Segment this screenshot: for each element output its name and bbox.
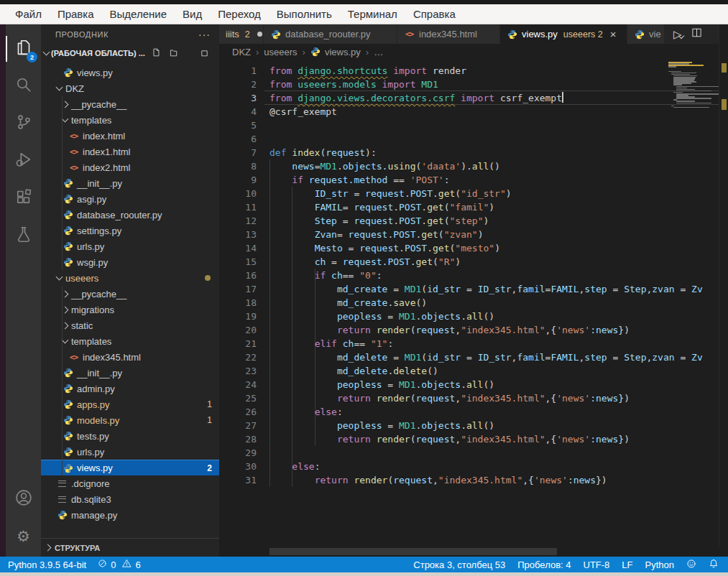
refresh-icon[interactable]: [184, 47, 194, 59]
run-button[interactable]: ▷: [673, 28, 683, 41]
code-line-21[interactable]: 21 elif ch== "1":: [219, 337, 728, 350]
tree-item-DKZ[interactable]: DKZ: [41, 80, 219, 96]
code-line-11[interactable]: 11 FAMIL= request.POST.get("famil"): [219, 200, 728, 214]
code-line-18[interactable]: 18 md_create.save(): [219, 296, 728, 310]
status-language-mode[interactable]: Python: [645, 557, 674, 572]
code-line-14[interactable]: 14 Mesto = request.POST.get("mesto"): [219, 241, 728, 255]
tree-item-views.py[interactable]: views.py2: [41, 460, 219, 475]
status-indentation[interactable]: Пробелов: 4: [517, 557, 571, 572]
status-notifications[interactable]: [709, 557, 719, 572]
new-folder-icon[interactable]: [167, 47, 178, 59]
activity-search[interactable]: [6, 69, 41, 103]
activity-account[interactable]: [6, 482, 41, 516]
menu-Правка[interactable]: Правка: [50, 4, 102, 24]
collapse-all-icon[interactable]: [201, 47, 211, 59]
code-line-25[interactable]: 25 return render(request,"index345.html"…: [219, 391, 728, 405]
tree-item-urls.py[interactable]: urls.py: [41, 238, 219, 254]
tree-item-index345.html[interactable]: <>index345.html: [41, 349, 219, 365]
tab-database_roouter.py[interactable]: database_roouter.py: [264, 24, 397, 44]
workspace-section-header[interactable]: (РАБОЧАЯ ОБЛАСТЬ) ...: [41, 44, 219, 62]
tree-item-useeers[interactable]: useeers: [41, 270, 219, 286]
tree-item-manage.py[interactable]: manage.py: [41, 507, 219, 523]
activity-settings[interactable]: ⚙: [6, 519, 41, 554]
activity-testing[interactable]: [6, 218, 41, 253]
code-line-6[interactable]: 6: [219, 132, 728, 146]
tree-item-index.html[interactable]: <>index.html: [41, 128, 219, 144]
code-line-23[interactable]: 23 md_delete.delete(): [219, 364, 728, 378]
menu-Вид[interactable]: Вид: [175, 4, 210, 24]
code-line-4[interactable]: 4@csrf_exempt: [219, 105, 728, 119]
code-line-31[interactable]: 31 return render(request,"index345.html"…: [219, 473, 728, 487]
code-line-8[interactable]: 8 news=MD1.objects.using('daata').all(): [219, 159, 728, 173]
activity-explorer[interactable]: 2: [6, 32, 41, 66]
code-line-28[interactable]: 28 return render(request,"index345.html"…: [219, 432, 728, 446]
code-line-24[interactable]: 24 peopless = MD1.objects.all(): [219, 378, 728, 391]
tree-item-migrations[interactable]: migrations: [41, 302, 219, 317]
code-line-3[interactable]: 3from django.views.decorators.csrf impor…: [219, 91, 728, 105]
breadcrumb-item-useeers[interactable]: useeers: [264, 47, 297, 57]
tree-item-database_roouter.py[interactable]: database_roouter.py: [41, 207, 219, 223]
minimap[interactable]: [668, 62, 719, 111]
tab-vie[interactable]: vie: [627, 24, 665, 44]
outline-section[interactable]: СТРУКТУРА: [41, 538, 219, 557]
code-line-29[interactable]: 29: [219, 446, 728, 460]
menu-Переход[interactable]: Переход: [210, 4, 269, 24]
code-line-22[interactable]: 22 md_delete = MD1(id_str = ID_str,famil…: [219, 350, 728, 364]
tree-item-urls.py[interactable]: urls.py: [41, 444, 219, 460]
code-line-9[interactable]: 9 if request.method == 'POST':: [219, 173, 728, 187]
activity-extensions[interactable]: [6, 181, 41, 215]
tree-item-index2.html[interactable]: <>index2.html: [41, 159, 219, 175]
vertical-scrollbar[interactable]: [719, 24, 728, 548]
tree-item-templates[interactable]: templates: [41, 112, 219, 128]
horizontal-scrollbar-thumb[interactable]: [269, 548, 557, 555]
breadcrumb-item-…[interactable]: …: [374, 47, 383, 57]
tree-item-db.sqlite3[interactable]: db.sqlite3: [41, 491, 219, 507]
status-python-version[interactable]: Python 3.9.5 64-bit: [8, 557, 86, 572]
tree-item-admin.py[interactable]: admin.py: [41, 381, 219, 396]
tree-item-__init__.py[interactable]: __init__.py: [41, 365, 219, 381]
new-file-icon[interactable]: [151, 47, 161, 59]
menu-Выделение[interactable]: Выделение: [102, 4, 175, 24]
code-line-13[interactable]: 13 Zvan= request.POST.get("zvan"): [219, 228, 728, 241]
code-line-1[interactable]: 1from django.shortcuts import render: [219, 64, 728, 78]
menu-Файл[interactable]: Файл: [7, 4, 50, 24]
tree-item-index1.html[interactable]: <>index1.html: [41, 144, 219, 159]
status-feedback[interactable]: [686, 557, 696, 572]
code-line-12[interactable]: 12 Step = request.POST.get("step"): [219, 214, 728, 228]
tree-item-__init__.py[interactable]: __init__.py: [41, 175, 219, 191]
status-problems[interactable]: 06: [98, 557, 140, 572]
code-line-10[interactable]: 10 ID_str = request.POST.get("id_str"): [219, 187, 728, 200]
status-cursor-position[interactable]: Строка 3, столбец 53: [413, 557, 505, 572]
tab-iiits[interactable]: iiits2: [219, 24, 264, 44]
tab-views.py[interactable]: views.pyuseeers 2×: [500, 24, 627, 44]
breadcrumb-item-views.py[interactable]: views.py: [310, 47, 361, 57]
code-line-2[interactable]: 2from useeers.models import MD1: [219, 78, 728, 91]
activity-source-control[interactable]: [6, 106, 41, 141]
tab-index345.html[interactable]: <>index345.html: [397, 24, 500, 44]
tree-item-.dcignore[interactable]: .dcignore: [41, 475, 219, 491]
menu-Справка[interactable]: Справка: [405, 4, 464, 24]
code-line-19[interactable]: 19 peopless = MD1.objects.all(): [219, 310, 728, 323]
code-line-5[interactable]: 5: [219, 119, 728, 132]
tree-item-__pycache__[interactable]: __pycache__: [41, 286, 219, 302]
tree-item-asgi.py[interactable]: asgi.py: [41, 191, 219, 207]
code-line-17[interactable]: 17 md_create = MD1(id_str = ID_str,famil…: [219, 282, 728, 296]
close-icon[interactable]: ×: [610, 29, 617, 40]
menu-Выполнить[interactable]: Выполнить: [269, 4, 340, 24]
code-line-16[interactable]: 16 if ch== "0":: [219, 269, 728, 282]
tree-item-__pycache__[interactable]: __pycache__: [41, 96, 219, 112]
code-line-27[interactable]: 27 peopless = MD1.objects.all(): [219, 419, 728, 432]
tree-item-settings.py[interactable]: settings.py: [41, 223, 219, 238]
tree-item-views.py[interactable]: views.py: [41, 65, 219, 80]
code-line-15[interactable]: 15 ch = request.POST.get("R"): [219, 255, 728, 269]
tree-item-static[interactable]: static: [41, 317, 219, 333]
breadcrumb-item-DKZ[interactable]: DKZ: [232, 47, 251, 57]
code-editor[interactable]: 1from django.shortcuts import render2fro…: [219, 60, 728, 548]
menu-Терминал[interactable]: Терминал: [340, 4, 405, 24]
activity-run-debug[interactable]: [6, 144, 41, 178]
split-editor-button[interactable]: ⋯: [691, 27, 702, 41]
sidebar-more-actions[interactable]: ···: [198, 29, 211, 40]
code-line-30[interactable]: 30 else:: [219, 460, 728, 473]
code-line-26[interactable]: 26 else:: [219, 405, 728, 419]
tree-item-templates[interactable]: templates: [41, 333, 219, 349]
